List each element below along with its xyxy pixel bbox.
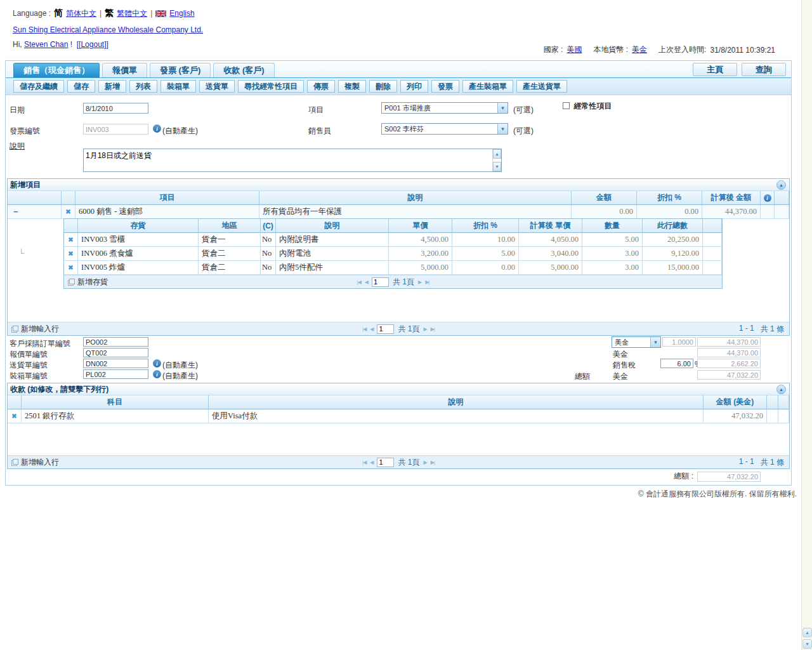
inventory-row[interactable]: ✖ INV003 雪櫃 貨倉一 No 內附說明書 4,500.00 10.00 … [64, 233, 722, 247]
add-icon [68, 279, 75, 286]
chevron-down-icon[interactable]: ▼ [650, 337, 660, 347]
list-button[interactable]: 列表 [129, 80, 157, 93]
currency-select[interactable]: 美金 ▼ [612, 336, 661, 348]
optional-note: (可選) [513, 126, 534, 136]
col-area: 地區 [199, 219, 261, 233]
currency-select-value: 美金 [612, 337, 650, 347]
salesman-label: 銷售員 [308, 126, 331, 136]
new-button[interactable]: 新增 [98, 80, 126, 93]
inventory-qty-cell: 3.00 [582, 261, 643, 275]
description-textarea[interactable]: 1月18日或之前送貨 [84, 149, 492, 171]
save-and-continue-button[interactable]: 儲存及繼續 [13, 80, 64, 93]
inventory-row[interactable]: ✖ INV006 煮食爐 貨倉二 No 內附電池 3,200.00 5.00 3… [64, 247, 722, 261]
packing-list-button[interactable]: 裝箱單 [160, 80, 196, 93]
local-currency-link[interactable]: 美金 [632, 44, 647, 55]
receipt-panel-title: 收款 (如修改，請雙擊下列行) [10, 384, 108, 395]
tab-receipt-customer[interactable]: 收款 (客戶) [213, 63, 274, 77]
project-select[interactable]: P001 市場推廣 ▼ [381, 102, 508, 114]
invoice-button[interactable]: 發票 [431, 80, 459, 93]
add-input-row-link[interactable]: 新增輸入行 [11, 457, 59, 468]
description-link[interactable]: 說明 [10, 141, 25, 152]
tax-rate-field[interactable] [660, 359, 693, 368]
delete-row-icon[interactable]: ✖ [68, 236, 73, 243]
delete-row-icon[interactable]: ✖ [65, 208, 70, 215]
add-input-row-link[interactable]: 新增輸入行 [11, 324, 59, 335]
delivery-note-button[interactable]: 送貨單 [199, 80, 235, 93]
prev-page-icon[interactable]: ◀ [370, 460, 373, 465]
user-link[interactable]: Steven Chan [24, 40, 68, 49]
date-field[interactable] [83, 103, 148, 114]
local-currency-label: 美金 [613, 349, 628, 360]
delete-row-icon[interactable]: ✖ [68, 264, 73, 271]
generate-packing-list-button[interactable]: 產生裝箱單 [462, 80, 513, 93]
inventory-c-cell: No [261, 247, 276, 261]
tab-sales-cash[interactable]: 銷售（現金銷售） [13, 63, 100, 77]
lang-link-traditional[interactable]: 繁體中文 [117, 8, 147, 19]
scroll-down-icon[interactable]: ▼ [493, 162, 501, 171]
next-page-icon[interactable]: ▶ [424, 326, 427, 332]
next-page-icon[interactable]: ▶ [424, 460, 427, 465]
generate-delivery-note-button[interactable]: 產生送貨單 [516, 80, 567, 93]
collapse-row-icon[interactable]: − [13, 207, 18, 216]
scroll-down-icon[interactable]: ▼ [802, 639, 812, 649]
inventory-price-cell: 4,500.00 [389, 233, 452, 247]
chevron-down-icon[interactable]: ▼ [497, 124, 508, 134]
add-inventory-link[interactable]: 新增存貨 [68, 277, 108, 288]
collapse-icon[interactable]: ▲ [776, 180, 786, 190]
copy-button[interactable]: 複製 [338, 80, 366, 93]
add-icon [11, 459, 18, 466]
optional-note: (可選) [513, 105, 534, 116]
delete-button[interactable]: 刪除 [369, 80, 397, 93]
home-button[interactable]: 主頁 [693, 63, 737, 76]
po-field[interactable] [83, 337, 148, 347]
save-button[interactable]: 儲存 [67, 80, 95, 93]
recurring-checkbox[interactable] [563, 102, 570, 109]
col-qty: 數量 [582, 219, 643, 233]
items-panel-title: 新增項目 [10, 180, 41, 190]
last-page-icon[interactable]: ▶| [425, 279, 429, 285]
delete-row-icon[interactable]: ✖ [68, 250, 73, 257]
print-button[interactable]: 列印 [400, 80, 428, 93]
tab-quotation[interactable]: 報價單 [102, 63, 147, 77]
tab-invoice-customer[interactable]: 發票 (客戶) [150, 63, 211, 77]
first-page-icon[interactable]: |◀ [362, 460, 366, 465]
receipt-row[interactable]: ✖ 2501 銀行存款 使用Visa付款 47,032.20 [8, 409, 789, 423]
last-page-icon[interactable]: ▶| [431, 460, 435, 465]
first-page-icon[interactable]: |◀ [357, 279, 361, 285]
packing-no-field[interactable] [83, 369, 148, 379]
inventory-table-footer: 新增存貨 |◀ ◀ 共 1頁 ▶ ▶| [64, 275, 722, 288]
country-link[interactable]: 美國 [566, 44, 582, 55]
voucher-button[interactable]: 傳票 [307, 80, 335, 93]
company-link[interactable]: Sun Shing Electrical Appliance Wholesale… [13, 25, 203, 34]
last-page-icon[interactable]: ▶| [431, 326, 435, 332]
logout-link[interactable]: [[Logout]] [77, 40, 108, 49]
find-recurring-button[interactable]: 尋找經常性項目 [238, 80, 304, 93]
chevron-down-icon[interactable]: ▼ [497, 103, 508, 113]
scroll-up-icon[interactable]: ▲ [493, 149, 501, 159]
page-number-input[interactable] [377, 458, 394, 467]
lang-link-english[interactable]: English [169, 9, 194, 18]
page-number-input[interactable] [377, 324, 394, 334]
toolbar: 儲存及繼續 儲存 新增 列表 裝箱單 送貨單 尋找經常性項目 傳票 複製 刪除 … [6, 78, 791, 95]
vertical-scrollbar[interactable]: ▲ ▼ [801, 0, 812, 650]
prev-page-icon[interactable]: ◀ [365, 279, 368, 285]
quotation-no-field[interactable] [83, 348, 148, 357]
next-page-icon[interactable]: ▶ [418, 279, 421, 285]
enquiry-button[interactable]: 查詢 [742, 63, 786, 76]
page-number-input[interactable] [372, 277, 389, 287]
grand-total-row: 總額 : [6, 469, 791, 485]
tab-bar: 銷售（現金銷售） 報價單 發票 (客戶) 收款 (客戶) 主頁 查詢 [6, 61, 791, 78]
pagination: |◀ ◀ 共 1頁 ▶ ▶| [362, 457, 435, 468]
scroll-up-icon[interactable]: ▲ [802, 628, 812, 637]
salesman-select[interactable]: S002 李梓芬 ▼ [381, 123, 508, 135]
collapse-icon[interactable]: ▲ [776, 385, 786, 394]
delete-row-icon[interactable]: ✖ [11, 413, 16, 420]
inventory-c-cell: No [261, 261, 276, 275]
first-page-icon[interactable]: |◀ [362, 326, 366, 332]
inventory-row[interactable]: ✖ INV005 炸爐 貨倉二 No 內附5件配件 5,000.00 0.00 … [64, 261, 722, 275]
country-label: 國家 : [544, 44, 563, 55]
item-row[interactable]: − ✖ 6000 銷售 - 速銷部 所有貨品均有一年保護 0.00 0.00 4… [8, 205, 789, 219]
prev-page-icon[interactable]: ◀ [370, 326, 373, 332]
lang-link-simplified[interactable]: 简体中文 [66, 8, 96, 19]
delivery-no-field[interactable] [83, 359, 148, 368]
